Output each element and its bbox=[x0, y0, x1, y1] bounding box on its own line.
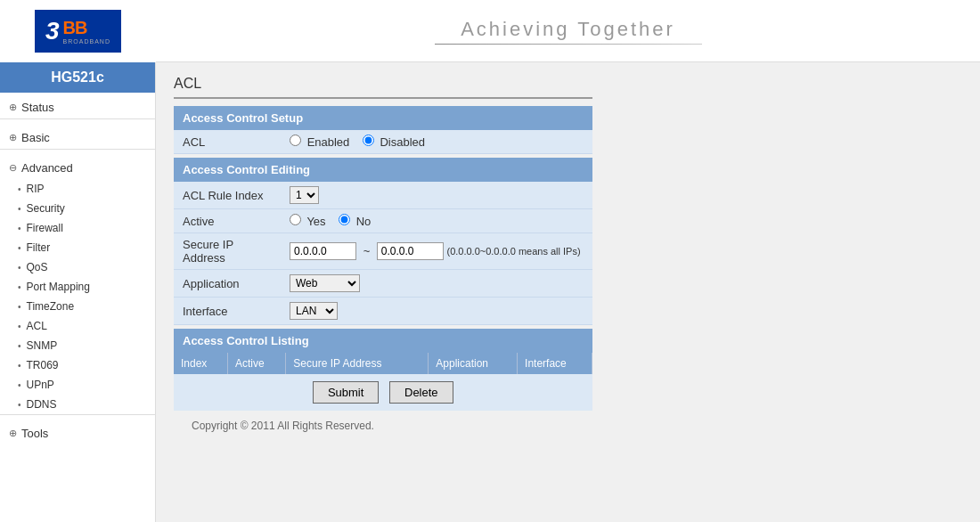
col-index: Index bbox=[174, 353, 227, 374]
sidebar-label-snmp: SNMP bbox=[27, 339, 58, 352]
divider-advanced bbox=[0, 414, 155, 415]
access-control-listing-table: Access Control Listing Index Active Secu… bbox=[174, 329, 592, 411]
sidebar-label-tr069: TR069 bbox=[27, 359, 59, 371]
sidebar-section-basic: ⊕ Basic bbox=[0, 123, 155, 153]
header-title: Achieving Together bbox=[156, 18, 980, 41]
logo: 3 BB BROADBAND bbox=[35, 10, 121, 53]
ip-to-input[interactable] bbox=[377, 242, 444, 260]
header-underline bbox=[435, 44, 702, 45]
sidebar-label-status: Status bbox=[21, 101, 54, 114]
bullet-ddns: • bbox=[18, 400, 21, 410]
sidebar-item-ddns[interactable]: • DDNS bbox=[0, 395, 155, 414]
active-yes-label[interactable]: Yes bbox=[290, 215, 329, 228]
bullet-snmp: • bbox=[18, 341, 21, 351]
active-no-label[interactable]: No bbox=[339, 215, 371, 228]
main-content: ACL Access Control Setup ACL Enabled Dis… bbox=[156, 62, 980, 522]
header-title-area: Achieving Together bbox=[156, 18, 980, 45]
secure-ip-label: Secure IP Address bbox=[174, 233, 281, 270]
active-no-radio[interactable] bbox=[339, 214, 350, 225]
setup-section-header: Access Control Setup bbox=[174, 106, 592, 130]
ip-note: (0.0.0.0~0.0.0.0 means all IPs) bbox=[446, 246, 580, 257]
sidebar: HG521c ⊕ Status ⊕ Basic ⊖ Advanced bbox=[0, 62, 156, 522]
listing-header-row: Index Active Secure IP Address Applicati… bbox=[174, 353, 592, 374]
secure-ip-cell: ~ (0.0.0.0~0.0.0.0 means all IPs) bbox=[281, 233, 592, 270]
sidebar-section-status: ⊕ Status bbox=[0, 93, 155, 123]
expand-icon-advanced: ⊖ bbox=[9, 162, 17, 174]
delete-button[interactable]: Delete bbox=[389, 381, 453, 404]
sidebar-label-qos: QoS bbox=[27, 261, 48, 273]
expand-icon-tools: ⊕ bbox=[9, 428, 17, 439]
active-yes-text: Yes bbox=[306, 215, 325, 228]
logo-number: 3 bbox=[45, 17, 60, 45]
bullet-firewall: • bbox=[18, 224, 21, 233]
ip-from-input[interactable] bbox=[290, 242, 356, 260]
sidebar-label-timezone: TimeZone bbox=[27, 300, 75, 313]
sidebar-item-advanced[interactable]: ⊖ Advanced bbox=[0, 157, 155, 179]
acl-state-cell: Enabled Disabled bbox=[281, 130, 592, 154]
bullet-security: • bbox=[18, 204, 21, 214]
sidebar-item-basic[interactable]: ⊕ Basic bbox=[0, 126, 155, 149]
application-cell: Web FTP Telnet SNMP PING MgmtPort ALL bbox=[281, 270, 592, 298]
editing-section-header: Access Control Editing bbox=[174, 158, 592, 182]
bullet-qos: • bbox=[18, 263, 21, 273]
sidebar-label-rip: RIP bbox=[27, 183, 45, 195]
sidebar-item-acl[interactable]: • ACL bbox=[0, 316, 155, 336]
sidebar-section-advanced: ⊖ Advanced • RIP • Security • Firewall •… bbox=[0, 153, 155, 419]
col-interface: Interface bbox=[518, 353, 592, 374]
sidebar-item-tools[interactable]: ⊕ Tools bbox=[0, 422, 155, 445]
sidebar-item-filter[interactable]: • Filter bbox=[0, 238, 155, 257]
submit-button[interactable]: Submit bbox=[313, 381, 379, 404]
application-label: Application bbox=[174, 270, 281, 298]
sidebar-label-port-mapping: Port Mapping bbox=[27, 281, 90, 293]
rule-index-cell: 1 2 3 bbox=[281, 182, 592, 209]
bullet-rip: • bbox=[18, 184, 21, 194]
sidebar-label-upnp: UPnP bbox=[27, 379, 54, 391]
rule-index-label: ACL Rule Index bbox=[174, 182, 281, 209]
sidebar-item-snmp[interactable]: • SNMP bbox=[0, 336, 155, 355]
sidebar-item-security[interactable]: • Security bbox=[0, 199, 155, 218]
sidebar-item-tr069[interactable]: • TR069 bbox=[0, 355, 155, 375]
sidebar-item-qos[interactable]: • QoS bbox=[0, 257, 155, 277]
rule-index-select[interactable]: 1 2 3 bbox=[290, 186, 319, 204]
active-label: Active bbox=[174, 209, 281, 233]
interface-label: Interface bbox=[174, 298, 281, 325]
acl-disabled-text: Disabled bbox=[380, 135, 425, 149]
sidebar-item-rip[interactable]: • RIP bbox=[0, 179, 155, 199]
acl-disabled-radio[interactable] bbox=[363, 135, 374, 146]
sidebar-label-tools: Tools bbox=[21, 427, 48, 440]
col-application: Application bbox=[429, 353, 518, 374]
bullet-upnp: • bbox=[18, 380, 21, 390]
sidebar-label-ddns: DDNS bbox=[27, 398, 57, 411]
logo-area: 3 BB BROADBAND bbox=[0, 0, 156, 62]
sidebar-section-tools: ⊕ Tools bbox=[0, 419, 155, 448]
sidebar-item-status[interactable]: ⊕ Status bbox=[0, 96, 155, 118]
acl-enabled-radio[interactable] bbox=[290, 135, 301, 146]
bullet-filter: • bbox=[18, 243, 21, 253]
logo-brand: BROADBAND bbox=[63, 38, 110, 45]
logo-letters: BB bbox=[63, 18, 110, 38]
logo-bb: BB BROADBAND bbox=[63, 18, 110, 45]
sidebar-item-upnp[interactable]: • UPnP bbox=[0, 375, 155, 395]
acl-label: ACL bbox=[174, 130, 281, 154]
sidebar-item-firewall[interactable]: • Firewall bbox=[0, 218, 155, 238]
acl-enabled-text: Enabled bbox=[307, 135, 350, 149]
layout: HG521c ⊕ Status ⊕ Basic ⊖ Advanced bbox=[0, 62, 980, 522]
expand-icon-basic: ⊕ bbox=[9, 132, 17, 143]
sidebar-label-advanced: Advanced bbox=[21, 161, 73, 175]
bullet-port-mapping: • bbox=[18, 282, 21, 292]
interface-select[interactable]: LAN WAN Both bbox=[290, 302, 338, 320]
sidebar-label-firewall: Firewall bbox=[27, 222, 63, 234]
listing-section-header: Access Control Listing bbox=[174, 329, 592, 353]
acl-disabled-label[interactable]: Disabled bbox=[363, 135, 425, 149]
acl-enabled-label[interactable]: Enabled bbox=[290, 135, 353, 149]
interface-cell: LAN WAN Both bbox=[281, 298, 592, 325]
sidebar-label-basic: Basic bbox=[21, 131, 50, 144]
application-select[interactable]: Web FTP Telnet SNMP PING MgmtPort ALL bbox=[290, 274, 360, 292]
page-title: ACL bbox=[174, 76, 592, 99]
sidebar-item-timezone[interactable]: • TimeZone bbox=[0, 297, 155, 316]
sidebar-label-filter: Filter bbox=[27, 241, 51, 254]
sidebar-device-name: HG521c bbox=[0, 62, 155, 93]
active-yes-radio[interactable] bbox=[290, 214, 301, 225]
sidebar-item-port-mapping[interactable]: • Port Mapping bbox=[0, 277, 155, 297]
access-control-editing-table: Access Control Editing ACL Rule Index 1 … bbox=[174, 158, 592, 325]
